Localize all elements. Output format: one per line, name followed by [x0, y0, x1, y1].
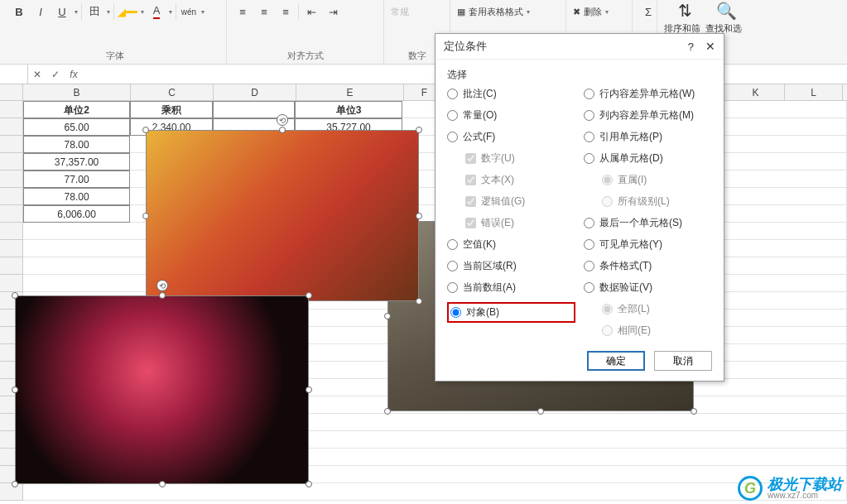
dropdown-icon: ▾	[169, 8, 172, 16]
row-header[interactable]	[0, 170, 23, 188]
watermark-logo-icon: G	[738, 476, 763, 501]
opt-same: 相同(E)	[602, 324, 712, 338]
cell[interactable]: 乘积	[130, 101, 213, 118]
opt-formulas[interactable]: 公式(F)	[447, 130, 575, 144]
opt-datavalid[interactable]: 数据验证(V)	[584, 281, 712, 295]
fx-button[interactable]: fx	[65, 65, 83, 84]
ok-button[interactable]: 确定	[587, 351, 645, 371]
row-header[interactable]	[0, 275, 23, 292]
table-row	[0, 483, 847, 501]
col-header[interactable]: K	[727, 84, 785, 100]
group-label-font: 字体	[3, 50, 226, 62]
cell[interactable]: 6,006.00	[23, 205, 130, 223]
dialog-right-column: 行内容差异单元格(W) 列内容差异单元格(M) 引用单元格(P) 从属单元格(D…	[584, 87, 712, 338]
dialog-title: 定位条件	[444, 39, 487, 54]
italic-button[interactable]: I	[31, 2, 50, 21]
opt-coldiff[interactable]: 列内容差异单元格(M)	[584, 108, 712, 122]
opt-dependents[interactable]: 从属单元格(D)	[584, 151, 712, 166]
opt-numbers: 数字(U)	[465, 151, 575, 166]
opt-objects[interactable]: 对象(B)	[450, 305, 499, 319]
table-format-button[interactable]: ▦ 套用表格格式▾	[457, 2, 559, 22]
rotate-handle[interactable]: ⟲	[277, 114, 288, 126]
row-header[interactable]	[0, 240, 23, 257]
row-header[interactable]	[0, 101, 23, 118]
cancel-button[interactable]: 取消	[654, 351, 712, 371]
watermark: G 极光下载站 www.xz7.com	[738, 476, 842, 501]
opt-lastcell[interactable]: 最后一个单元格(S)	[584, 216, 712, 230]
formula-confirm-button[interactable]: ✓	[46, 65, 65, 84]
cell[interactable]: 37,357.00	[23, 153, 130, 170]
cell[interactable]: 78.00	[23, 188, 130, 205]
opt-visible[interactable]: 可见单元格(Y)	[584, 238, 712, 252]
row-header[interactable]	[0, 188, 23, 205]
opt-objects-highlight: 对象(B)	[447, 302, 575, 323]
cell[interactable]: 78.00	[23, 136, 130, 153]
number-format-selector[interactable]: 常规	[391, 6, 409, 18]
row-header[interactable]	[0, 223, 23, 240]
font-color-button[interactable]: A	[147, 2, 166, 21]
dropdown-icon: ▾	[201, 8, 205, 16]
cell[interactable]	[23, 483, 847, 501]
dialog-titlebar[interactable]: 定位条件 ? ✕	[436, 34, 724, 60]
close-button[interactable]: ✕	[705, 40, 715, 53]
separator	[113, 3, 114, 20]
ribbon-group-align: ≡ ≡ ≡ ⇤ ⇥ 对齐方式	[227, 0, 384, 64]
row-header[interactable]	[0, 136, 23, 153]
autosum-button[interactable]: Σ	[639, 2, 657, 21]
col-header[interactable]: E	[296, 84, 404, 100]
col-header[interactable]: B	[23, 84, 131, 100]
embedded-image[interactable]: ⟲	[146, 130, 419, 301]
opt-condfmt[interactable]: 条件格式(T)	[584, 259, 712, 273]
delete-icon: ✖	[573, 7, 580, 17]
cell[interactable]: 单位3	[295, 101, 402, 118]
bold-button[interactable]: B	[10, 2, 28, 21]
name-box[interactable]	[0, 65, 28, 84]
cell[interactable]: 77.00	[23, 170, 130, 188]
underline-button[interactable]: U	[53, 2, 71, 21]
align-center-button[interactable]: ≡	[255, 2, 273, 21]
group-label-align: 对齐方式	[227, 50, 383, 62]
align-right-button[interactable]: ≡	[277, 2, 295, 21]
row-header[interactable]	[0, 205, 23, 223]
dropdown-icon: ▾	[107, 8, 110, 16]
dialog-section-label: 选择	[447, 68, 712, 82]
cell[interactable]: 单位2	[23, 101, 130, 118]
col-header[interactable]: L	[785, 84, 843, 100]
embedded-image[interactable]: ⟲	[15, 295, 309, 484]
indent-decrease-button[interactable]: ⇤	[302, 2, 320, 21]
help-button[interactable]: ?	[688, 41, 694, 53]
sort-icon: ⇅	[678, 1, 692, 21]
watermark-name: 极光下载站	[768, 477, 842, 492]
ribbon-group-font: B I U ▾ 田 ▾ ◢ ▾ A ▾ wén ▾ 字体	[3, 0, 227, 64]
indent-increase-button[interactable]: ⇥	[324, 2, 342, 21]
opt-alllevels: 所有级别(L)	[602, 194, 712, 209]
cell[interactable]: 65.00	[23, 118, 130, 136]
opt-constants[interactable]: 常量(O)	[447, 108, 575, 122]
dropdown-icon: ▾	[75, 8, 78, 16]
col-header[interactable]: C	[131, 84, 214, 100]
opt-current-array[interactable]: 当前数组(A)	[447, 281, 575, 295]
delete-button[interactable]: ✖ 删除▾	[573, 2, 625, 22]
col-header[interactable]: D	[214, 84, 296, 100]
opt-text: 文本(X)	[465, 173, 575, 187]
align-left-button[interactable]: ≡	[233, 2, 252, 21]
opt-direct: 直属(I)	[602, 173, 712, 187]
phonetic-button[interactable]: wén	[180, 2, 198, 21]
row-header[interactable]	[0, 118, 23, 136]
opt-precedents[interactable]: 引用单元格(P)	[584, 130, 712, 144]
opt-current-region[interactable]: 当前区域(R)	[447, 259, 575, 273]
select-all-corner[interactable]	[0, 84, 23, 100]
fill-color-button[interactable]: ◢	[118, 2, 137, 21]
watermark-url: www.xz7.com	[768, 492, 842, 500]
formula-cancel-button[interactable]: ✕	[28, 65, 46, 84]
rotate-handle[interactable]: ⟲	[156, 280, 168, 291]
opt-logical: 逻辑值(G)	[465, 194, 575, 209]
border-button[interactable]: 田	[85, 2, 103, 21]
opt-rowdiff[interactable]: 行内容差异单元格(W)	[584, 87, 712, 101]
row-header[interactable]	[0, 153, 23, 170]
opt-blanks[interactable]: 空值(K)	[447, 238, 575, 252]
goto-special-dialog: 定位条件 ? ✕ 选择 批注(C) 常量(O) 公式(F) 数字(U) 文本(X…	[435, 33, 724, 382]
row-header[interactable]	[0, 257, 23, 275]
table-icon: ▦	[457, 7, 465, 17]
opt-comments[interactable]: 批注(C)	[447, 87, 575, 101]
